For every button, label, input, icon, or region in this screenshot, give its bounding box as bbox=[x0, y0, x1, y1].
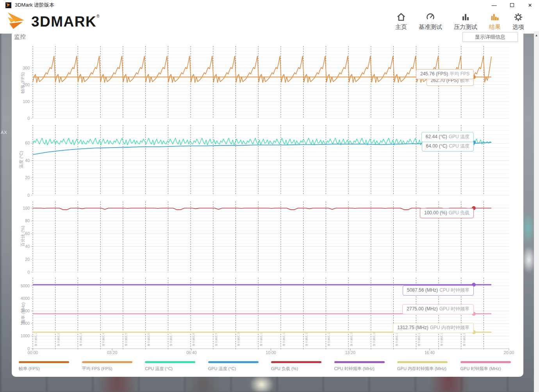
maximize-button[interactable] bbox=[503, 0, 521, 10]
chart-value-tooltip: 2775.00 (MHz)GPU 时钟频率 bbox=[402, 304, 474, 314]
legend-label: GPU 负载 (%) bbox=[271, 366, 334, 372]
svg-text:显卡测试 1: 显卡测试 1 bbox=[34, 333, 37, 346]
legend-label: GPU 内存时钟频率 (MHz) bbox=[397, 366, 460, 372]
svg-text:5000: 5000 bbox=[21, 283, 30, 288]
y-axis-label: 百分比 (%) bbox=[20, 226, 26, 246]
x-axis: 00:0003:2006:4010:0013:2016:4020:00 bbox=[12, 350, 523, 356]
svg-text:20: 20 bbox=[25, 175, 30, 180]
chart-value-tooltip: 5087.56 (MHz)CPU 时钟频率 bbox=[403, 285, 474, 296]
legend-item: GPU 内存时钟频率 (MHz) bbox=[397, 361, 460, 372]
legend-color-bar bbox=[145, 361, 195, 363]
svg-text:显卡测试 2: 显卡测试 2 bbox=[57, 333, 60, 346]
legend-color-bar bbox=[208, 361, 259, 363]
app-header: 3DMARK ® 主页 基准测试 压力测试 bbox=[0, 10, 539, 34]
y-axis-label: 频率 (MHz) bbox=[20, 303, 26, 324]
nav-home[interactable]: 主页 bbox=[395, 12, 407, 31]
chart-value-tooltip: 62.44 (°C)GPU 温度 bbox=[421, 132, 474, 142]
svg-text:0: 0 bbox=[27, 193, 30, 198]
legend-item: GPU 时钟频率 (MHz) bbox=[460, 361, 524, 372]
svg-text:显卡测试 14: 显卡测试 14 bbox=[327, 331, 330, 346]
svg-text:显卡测试 20: 显卡测试 20 bbox=[463, 331, 466, 346]
svg-text:80: 80 bbox=[25, 218, 30, 223]
legend-color-bar bbox=[334, 361, 385, 363]
svg-text:0: 0 bbox=[27, 116, 30, 121]
svg-text:显卡测试 5: 显卡测试 5 bbox=[125, 333, 128, 346]
svg-text:显卡测试 13: 显卡测试 13 bbox=[305, 331, 308, 346]
svg-text:显卡测试 10: 显卡测试 10 bbox=[237, 331, 240, 346]
window-title: 3DMark 进阶版本 bbox=[15, 2, 54, 9]
svg-text:显卡测试 9: 显卡测试 9 bbox=[215, 333, 218, 346]
x-axis-tick: 00:00 bbox=[28, 350, 38, 355]
svg-text:显卡测试 7: 显卡测试 7 bbox=[170, 333, 173, 346]
svg-text:100: 100 bbox=[23, 99, 30, 104]
legend-item: CPU 时钟频率 (MHz) bbox=[334, 361, 398, 372]
app-icon bbox=[5, 2, 11, 8]
x-axis-tick: 03:20 bbox=[107, 350, 117, 355]
svg-text:0: 0 bbox=[27, 270, 30, 274]
legend-color-bar bbox=[82, 361, 132, 363]
nav-stresstest[interactable]: 压力测试 bbox=[454, 12, 477, 31]
nav-results-label: 结果 bbox=[489, 23, 501, 31]
svg-text:显卡测试 17: 显卡测试 17 bbox=[395, 331, 398, 346]
svg-text:40: 40 bbox=[25, 158, 30, 163]
close-button[interactable]: ✕ bbox=[521, 0, 539, 10]
legend-item: CPU 温度 (°C) bbox=[145, 361, 208, 372]
maximize-icon bbox=[510, 3, 514, 7]
legend-item: 平均 FPS (FPS) bbox=[82, 361, 145, 372]
flame-icon bbox=[7, 12, 31, 33]
chart-value-tooltip: 64.00 (°C)CPU 温度 bbox=[422, 141, 474, 151]
svg-text:300: 300 bbox=[23, 66, 30, 70]
stress-bars-icon bbox=[461, 12, 470, 22]
legend-label: GPU 温度 (°C) bbox=[208, 366, 271, 372]
y-axis-label: 温度 (°C) bbox=[18, 151, 24, 169]
page-title: 监控 bbox=[14, 33, 26, 41]
svg-text:显卡测试 19: 显卡测试 19 bbox=[440, 331, 443, 346]
vertical-scrollbar[interactable]: ▲ bbox=[534, 31, 539, 392]
nav-stresstest-label: 压力测试 bbox=[454, 23, 477, 31]
gear-icon bbox=[514, 12, 523, 22]
legend-color-bar bbox=[460, 361, 511, 363]
show-details-tooltip: 显示详细信息 bbox=[462, 32, 518, 42]
chart-value-tooltip: 245.76 (FPS)平均 FPS bbox=[416, 69, 474, 79]
legend-label: 平均 FPS (FPS) bbox=[82, 366, 145, 372]
chart-value-tooltip: 1312.75 (MHz)GPU 内存时钟频率 bbox=[393, 323, 474, 333]
title-bar: 3DMark 进阶版本 — ✕ bbox=[0, 0, 539, 10]
legend-label: GPU 时钟频率 (MHz) bbox=[460, 366, 524, 372]
results-bars-icon bbox=[490, 12, 500, 22]
svg-text:1000: 1000 bbox=[21, 333, 30, 338]
x-axis-tick: 16:40 bbox=[425, 350, 435, 355]
nav-home-label: 主页 bbox=[395, 23, 407, 31]
svg-text:显卡测试 6: 显卡测试 6 bbox=[147, 333, 150, 346]
svg-text:显卡测试 16: 显卡测试 16 bbox=[373, 331, 376, 346]
legend-color-bar bbox=[397, 361, 448, 363]
legend-item: 帧率 (FPS) bbox=[19, 361, 82, 372]
chart-legend: 帧率 (FPS) 平均 FPS (FPS) CPU 温度 (°C) GPU 温度… bbox=[19, 361, 523, 372]
legend-label: 帧率 (FPS) bbox=[19, 366, 82, 372]
minimize-button[interactable]: — bbox=[485, 0, 503, 10]
nav-benchmark[interactable]: 基准测试 bbox=[419, 12, 442, 31]
svg-text:显卡测试 12: 显卡测试 12 bbox=[282, 331, 286, 346]
nav-options-label: 选项 bbox=[512, 23, 524, 31]
svg-text:显卡测试 11: 显卡测试 11 bbox=[260, 332, 263, 346]
svg-text:100: 100 bbox=[23, 206, 30, 210]
legend-item: GPU 负载 (%) bbox=[271, 361, 334, 372]
legend-item: GPU 温度 (°C) bbox=[208, 361, 271, 372]
svg-text:60: 60 bbox=[25, 141, 30, 145]
monitoring-panel: 监控 0100200300帧率 (FPS) 0204060温度 (°C) 020… bbox=[12, 33, 523, 377]
legend-color-bar bbox=[271, 361, 321, 363]
svg-text:20: 20 bbox=[25, 257, 30, 262]
svg-text:显卡测试 8: 显卡测试 8 bbox=[192, 333, 195, 346]
svg-text:4000: 4000 bbox=[21, 296, 30, 301]
chart-value-tooltip: 100.00 (%)GPU 负载 bbox=[420, 208, 474, 218]
scroll-up-arrow[interactable]: ▲ bbox=[534, 32, 539, 38]
nav-options[interactable]: 选项 bbox=[512, 12, 524, 31]
x-axis-tick: 10:00 bbox=[266, 350, 276, 355]
logo: 3DMARK ® bbox=[7, 12, 100, 33]
legend-color-bar bbox=[19, 361, 69, 363]
home-icon bbox=[396, 12, 406, 22]
x-axis-tick: 13:20 bbox=[345, 350, 355, 355]
x-axis-tick: 06:40 bbox=[186, 350, 196, 355]
legend-label: CPU 时钟频率 (MHz) bbox=[334, 366, 398, 372]
x-axis-tick: 20:00 bbox=[504, 350, 514, 355]
nav-results[interactable]: 结果 bbox=[489, 12, 501, 31]
